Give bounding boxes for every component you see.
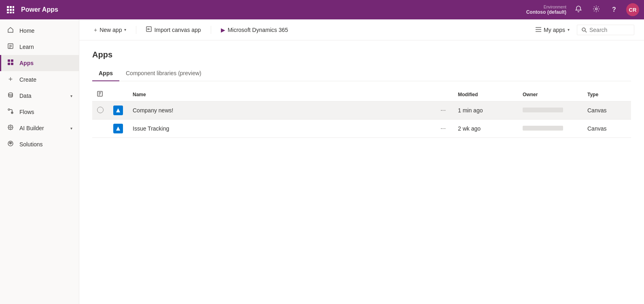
sidebar-item-flows[interactable]: Flows bbox=[0, 104, 79, 120]
row-owner-1 bbox=[518, 101, 583, 120]
apps-table: Name Modified Owner Type bbox=[92, 88, 631, 138]
svg-point-27 bbox=[8, 141, 13, 146]
toolbar-separator-1 bbox=[136, 26, 136, 34]
dynamics-play-icon: ▶ bbox=[221, 27, 225, 33]
app-icon-issue-tracking bbox=[113, 124, 123, 133]
svg-rect-4 bbox=[10, 9, 12, 11]
new-app-label: New app bbox=[100, 27, 122, 33]
more-button-1[interactable]: ··· bbox=[438, 106, 448, 115]
new-app-button[interactable]: + New app ▾ bbox=[89, 24, 131, 36]
sidebar-label-ai-builder: AI Builder bbox=[19, 125, 44, 131]
svg-rect-2 bbox=[13, 6, 14, 8]
row-more-1[interactable]: ··· bbox=[433, 101, 453, 120]
col-header-name[interactable]: Name bbox=[128, 88, 433, 101]
dynamics-button[interactable]: ▶ Microsoft Dynamics 365 bbox=[216, 24, 293, 36]
user-avatar[interactable]: CR bbox=[626, 3, 639, 16]
new-app-plus-icon: + bbox=[94, 27, 97, 33]
col-header-type[interactable]: Type bbox=[583, 88, 631, 101]
bell-icon[interactable] bbox=[573, 5, 584, 15]
tab-apps[interactable]: Apps bbox=[92, 66, 119, 81]
table-body: Company news! ··· 1 min ago Canvas bbox=[92, 101, 631, 138]
search-icon bbox=[581, 27, 587, 33]
sidebar-item-data[interactable]: Data ▾ bbox=[0, 88, 79, 104]
my-apps-label: My apps bbox=[544, 27, 565, 33]
app-title: Power Apps bbox=[21, 6, 521, 13]
solutions-icon bbox=[6, 140, 15, 148]
import-canvas-button[interactable]: Import canvas app bbox=[141, 24, 205, 36]
flows-icon bbox=[6, 108, 15, 116]
home-icon bbox=[6, 27, 15, 35]
ai-builder-chevron-icon: ▾ bbox=[70, 126, 72, 131]
svg-point-18 bbox=[8, 93, 13, 95]
layout: Home Learn Apps bbox=[0, 19, 644, 304]
row-modified-1: 1 min ago bbox=[453, 101, 518, 120]
search-box[interactable] bbox=[577, 25, 634, 35]
sidebar-item-apps[interactable]: Apps bbox=[0, 55, 79, 71]
search-input[interactable] bbox=[589, 27, 630, 33]
row-radio-1[interactable] bbox=[97, 107, 104, 113]
settings-icon[interactable] bbox=[591, 5, 602, 15]
sidebar-label-apps: Apps bbox=[19, 60, 34, 66]
apps-icon bbox=[6, 59, 15, 67]
svg-rect-17 bbox=[11, 63, 13, 65]
col-header-more bbox=[433, 88, 453, 101]
row-name-2[interactable]: Issue Tracking bbox=[128, 120, 433, 138]
row-type-2: Canvas bbox=[583, 120, 631, 138]
col-header-owner[interactable]: Owner bbox=[518, 88, 583, 101]
svg-rect-0 bbox=[7, 6, 9, 8]
sidebar-label-create: Create bbox=[19, 76, 36, 83]
row-check-1[interactable] bbox=[92, 101, 108, 120]
tab-component-libraries[interactable]: Component libraries (preview) bbox=[119, 66, 208, 81]
svg-point-33 bbox=[582, 28, 585, 31]
import-label: Import canvas app bbox=[154, 27, 201, 33]
col-header-modified[interactable]: Modified bbox=[453, 88, 518, 101]
col-header-check bbox=[92, 88, 108, 101]
toolbar: + New app ▾ Import canvas app ▶ Microsof… bbox=[79, 19, 644, 40]
sidebar-item-learn[interactable]: Learn bbox=[0, 39, 79, 55]
my-apps-menu-icon bbox=[536, 27, 541, 33]
svg-rect-16 bbox=[8, 63, 10, 65]
sidebar-item-solutions[interactable]: Solutions bbox=[0, 136, 79, 152]
main-content: + New app ▾ Import canvas app ▶ Microsof… bbox=[79, 19, 644, 304]
table-row[interactable]: Company news! ··· 1 min ago Canvas bbox=[92, 101, 631, 120]
row-owner-2 bbox=[518, 120, 583, 138]
row-check-2[interactable] bbox=[92, 120, 108, 138]
filter-icon[interactable] bbox=[97, 92, 103, 98]
page-content: Apps Apps Component libraries (preview) bbox=[79, 40, 644, 304]
learn-icon bbox=[6, 43, 15, 51]
sidebar-item-create[interactable]: + Create bbox=[0, 71, 79, 88]
environment-selector[interactable]: Environment Contoso (default) bbox=[526, 5, 566, 15]
topbar: Power Apps Environment Contoso (default)… bbox=[0, 0, 644, 19]
svg-marker-39 bbox=[116, 108, 120, 112]
more-button-2[interactable]: ··· bbox=[438, 124, 448, 133]
data-icon bbox=[6, 92, 15, 100]
svg-point-9 bbox=[595, 8, 597, 10]
sidebar-label-home: Home bbox=[19, 27, 34, 34]
row-name-1[interactable]: Company news! bbox=[128, 101, 433, 120]
svg-rect-6 bbox=[7, 12, 9, 13]
my-apps-chevron-icon: ▾ bbox=[568, 27, 570, 32]
sidebar-label-flows: Flows bbox=[19, 109, 34, 115]
table-row[interactable]: Issue Tracking ··· 2 wk ago Canvas bbox=[92, 120, 631, 138]
help-icon[interactable]: ? bbox=[608, 6, 620, 13]
owner-placeholder-2 bbox=[523, 126, 563, 131]
sidebar-label-data: Data bbox=[19, 93, 32, 99]
row-icon-1 bbox=[108, 101, 128, 120]
import-icon bbox=[146, 26, 152, 33]
sidebar-item-home[interactable]: Home bbox=[0, 23, 79, 39]
environment-label: Environment bbox=[544, 5, 566, 9]
owner-placeholder-1 bbox=[523, 108, 563, 112]
sidebar: Home Learn Apps bbox=[0, 19, 79, 304]
new-app-chevron-icon: ▾ bbox=[124, 27, 126, 32]
col-header-icon bbox=[108, 88, 128, 101]
data-chevron-icon: ▾ bbox=[70, 94, 72, 98]
svg-rect-7 bbox=[10, 12, 12, 13]
svg-rect-5 bbox=[13, 9, 14, 11]
my-apps-button[interactable]: My apps ▾ bbox=[532, 24, 574, 36]
topbar-right: Environment Contoso (default) ? CR bbox=[526, 3, 639, 16]
svg-marker-40 bbox=[116, 127, 120, 131]
waffle-icon[interactable] bbox=[5, 6, 16, 13]
sidebar-item-ai-builder[interactable]: AI Builder ▾ bbox=[0, 120, 79, 136]
row-more-2[interactable]: ··· bbox=[433, 120, 453, 138]
table-header: Name Modified Owner Type bbox=[92, 88, 631, 101]
